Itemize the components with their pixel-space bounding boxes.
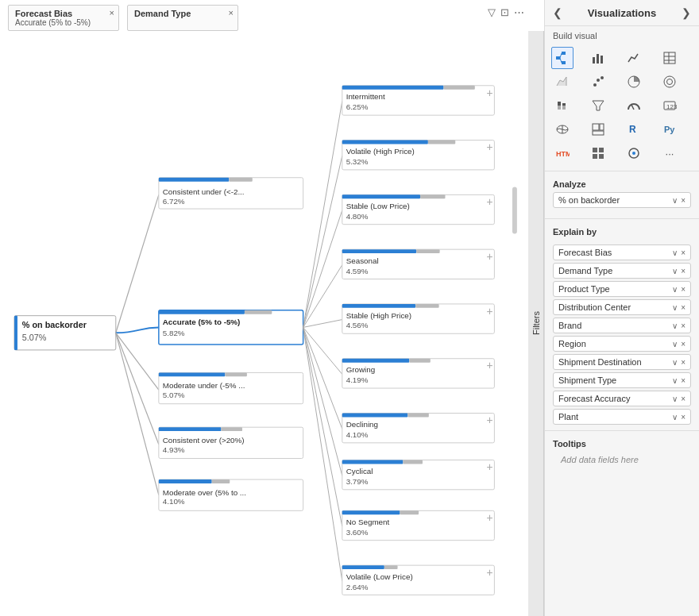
svg-rect-57	[420, 194, 445, 198]
dt-chevron[interactable]: ∨	[672, 267, 678, 275]
svg-rect-112	[664, 52, 675, 64]
explain-field-product-type[interactable]: Product Type ∨ ×	[553, 281, 691, 297]
explain-field-forecast-accuracy[interactable]: Forecast Accuracy ∨ ×	[553, 391, 691, 406]
svg-text:6.25%: 6.25%	[346, 102, 369, 111]
svg-rect-87	[403, 460, 423, 464]
forecast-bias-close[interactable]: ×	[110, 8, 114, 17]
explain-by-title: Explain by	[553, 227, 691, 237]
svg-rect-45	[444, 86, 475, 90]
explain-field-forecast-bias[interactable]: Forecast Bias ∨ ×	[553, 244, 691, 260]
back-arrow[interactable]: ❮	[553, 6, 562, 19]
donut-icon[interactable]	[658, 71, 681, 93]
svg-rect-74	[342, 359, 410, 363]
tooltips-section: Tooltips Add data fields here	[545, 434, 699, 472]
filters-tab[interactable]: Filters	[528, 31, 544, 616]
svg-rect-134	[593, 131, 604, 135]
explain-by-section: Explain by	[545, 222, 699, 244]
divider-1	[545, 171, 699, 171]
table-icon[interactable]	[658, 47, 681, 69]
line-chart-icon[interactable]	[623, 47, 645, 69]
html-icon[interactable]: HTML	[551, 142, 573, 164]
svg-text:Volatile (Low Price): Volatile (Low Price)	[346, 572, 413, 581]
svg-rect-1	[14, 316, 17, 350]
region-remove[interactable]: ×	[681, 340, 685, 348]
forward-arrow[interactable]: ❯	[682, 6, 691, 19]
svg-rect-44	[342, 86, 444, 90]
svg-rect-105	[562, 52, 566, 55]
svg-text:+: +	[487, 87, 493, 99]
field-label-distribution-center: Distribution Center	[558, 302, 631, 312]
tree-svg: % on backorder 5.07% Consistent under (<…	[0, 31, 528, 616]
st-chevron[interactable]: ∨	[672, 376, 678, 385]
explain-field-plant[interactable]: Plant ∨ ×	[553, 409, 691, 425]
fa-remove[interactable]: ×	[681, 395, 685, 403]
field-label-plant: Plant	[558, 412, 578, 422]
stacked-bar-icon[interactable]	[551, 94, 573, 117]
r-script-icon[interactable]: R	[623, 118, 645, 141]
fb-chevron[interactable]: ∨	[672, 248, 678, 257]
svg-text:Stable (Low Price): Stable (Low Price)	[346, 202, 410, 210]
explain-field-demand-type[interactable]: Demand Type ∨ ×	[553, 263, 691, 279]
divider-2	[545, 218, 699, 219]
dc-remove[interactable]: ×	[681, 303, 685, 312]
python-icon[interactable]: Py	[658, 118, 681, 141]
map-icon[interactable]	[551, 118, 573, 141]
fa-chevron[interactable]: ∨	[672, 395, 678, 403]
expand-icon[interactable]: ⊡	[500, 6, 509, 18]
svg-point-121	[667, 79, 673, 85]
region-chevron[interactable]: ∨	[672, 340, 678, 348]
svg-text:Moderate over (5% to ...: Moderate over (5% to ...	[163, 488, 246, 497]
svg-rect-63	[416, 249, 439, 253]
analyze-field[interactable]: % on backorder ∨ ×	[553, 192, 691, 208]
svg-line-4	[116, 194, 159, 333]
sd-chevron[interactable]: ∨	[672, 358, 678, 367]
plant-remove[interactable]: ×	[681, 413, 685, 422]
fb-remove[interactable]: ×	[681, 248, 685, 257]
explain-field-shipment-type[interactable]: Shipment Type ∨ ×	[553, 372, 691, 388]
explain-by-fields: Forecast Bias ∨ × Demand Type ∨ × Produc…	[545, 244, 699, 427]
dt-remove[interactable]: ×	[681, 267, 685, 275]
more-viz-icon[interactable]: ···	[658, 142, 681, 164]
explain-field-brand[interactable]: Brand ∨ ×	[553, 318, 691, 333]
brand-chevron[interactable]: ∨	[672, 321, 678, 330]
analyze-remove[interactable]: ×	[681, 196, 685, 205]
explain-field-shipment-dest[interactable]: Shipment Destination ∨ ×	[553, 354, 691, 370]
gauge-icon[interactable]	[623, 94, 645, 117]
plant-chevron[interactable]: ∨	[672, 413, 678, 422]
pt-remove[interactable]: ×	[681, 285, 685, 294]
svg-text:Accurate (5% to -5%): Accurate (5% to -5%)	[163, 318, 241, 326]
visualizations-panel: ❮ Visualizations ❯ Build visual	[544, 0, 699, 616]
svg-line-127	[631, 105, 634, 110]
analyze-chevron[interactable]: ∨	[672, 196, 678, 205]
treemap-icon[interactable]	[587, 118, 609, 141]
svg-rect-24	[159, 427, 222, 431]
grid2-icon[interactable]	[587, 142, 609, 164]
dc-chevron[interactable]: ∨	[672, 303, 678, 312]
explain-field-region[interactable]: Region ∨ ×	[553, 336, 691, 352]
more-icon[interactable]: ⋯	[514, 6, 524, 18]
card-icon[interactable]: 123	[658, 94, 681, 117]
demand-type-close[interactable]: ×	[229, 8, 234, 17]
brand-remove[interactable]: ×	[681, 321, 685, 330]
field-label-brand: Brand	[558, 321, 581, 330]
area-chart-icon[interactable]	[551, 71, 573, 93]
svg-rect-109	[593, 57, 595, 64]
pt-chevron[interactable]: ∨	[672, 285, 678, 294]
svg-text:% on backorder: % on backorder	[22, 320, 87, 329]
bar-chart-icon[interactable]	[587, 47, 609, 69]
svg-line-33	[303, 101, 342, 327]
svg-line-108	[560, 58, 562, 63]
svg-text:+: +	[487, 196, 493, 208]
pie-chart-icon[interactable]	[623, 71, 645, 93]
funnel-icon[interactable]	[587, 94, 609, 117]
st-remove[interactable]: ×	[681, 376, 685, 385]
svg-rect-25	[221, 427, 242, 431]
decomp-tree-icon[interactable]	[551, 47, 573, 69]
scatter-icon[interactable]	[587, 71, 609, 93]
svg-text:4.59%: 4.59%	[346, 267, 369, 275]
explain-field-distribution-center[interactable]: Distribution Center ∨ ×	[553, 299, 691, 315]
circle-icon[interactable]	[623, 142, 645, 164]
main-area: Forecast Bias Accurate (5% to -5%) × Dem…	[0, 0, 544, 616]
sd-remove[interactable]: ×	[681, 358, 685, 367]
filter-icon[interactable]: ▽	[488, 6, 496, 18]
